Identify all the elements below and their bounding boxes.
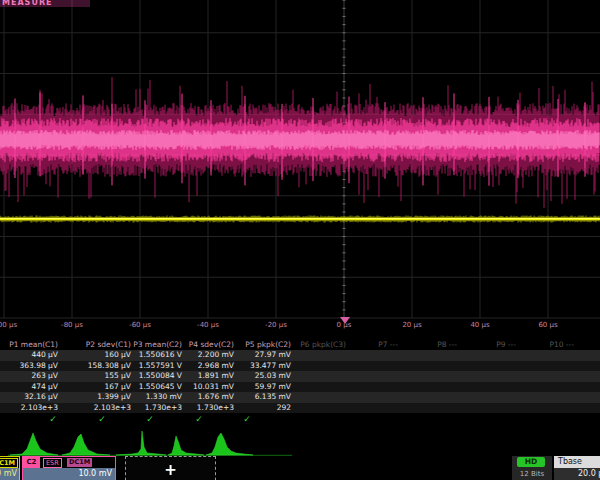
c2-coupling-badge: DC1M bbox=[67, 458, 92, 467]
c2-vertical-scale: 10.0 mV bbox=[23, 468, 115, 480]
c1-coupling-badge: DC1M bbox=[0, 458, 18, 468]
histicon[interactable] bbox=[62, 434, 110, 455]
hd-mode-badge: HD bbox=[517, 457, 545, 467]
timebase-title: Tbase bbox=[554, 456, 600, 468]
histicon[interactable] bbox=[206, 433, 253, 455]
histicon[interactable] bbox=[168, 436, 204, 455]
plus-icon: + bbox=[126, 461, 215, 479]
timebase-descriptor-box[interactable]: Tbase 20.0 µs bbox=[554, 456, 600, 480]
oscilloscope-screen: MEASURE -100 µs-80 µs-60 µs-40 µs-20 µs0… bbox=[0, 0, 600, 480]
histicon[interactable] bbox=[116, 431, 166, 455]
histicon[interactable] bbox=[10, 433, 58, 455]
c2-esr-badge: ESR bbox=[43, 458, 62, 468]
c2-channel-label: C2 bbox=[23, 457, 40, 468]
add-trace-box[interactable]: + bbox=[125, 456, 216, 480]
acquisition-mode-box[interactable]: HD 12 Bits bbox=[512, 456, 552, 480]
c1-vertical-scale: 10.0 mV bbox=[0, 468, 19, 480]
channel-c1-descriptor-box[interactable]: DC1M 10.0 mV bbox=[0, 456, 20, 480]
measurement-histicons[interactable] bbox=[0, 0, 600, 480]
timebase-value: 20.0 µs bbox=[554, 468, 600, 480]
channel-c2-descriptor-box[interactable]: C2 ESR DC1M 10.0 mV bbox=[22, 456, 116, 480]
resolution-bits-label: 12 Bits bbox=[512, 469, 552, 479]
